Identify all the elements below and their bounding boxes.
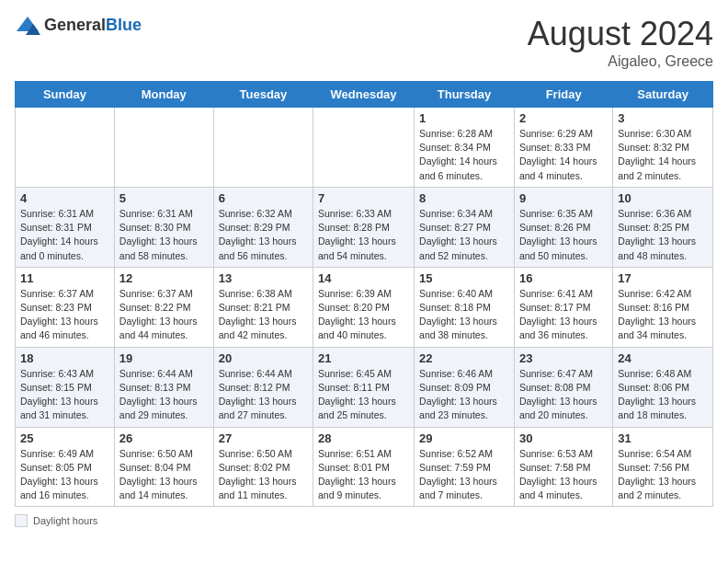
day-number: 4 xyxy=(20,191,109,205)
calendar-cell: 25Sunrise: 6:49 AM Sunset: 8:05 PM Dayli… xyxy=(16,427,115,507)
calendar-cell: 26Sunrise: 6:50 AM Sunset: 8:04 PM Dayli… xyxy=(114,427,213,507)
day-number: 23 xyxy=(519,351,608,365)
day-info: Sunrise: 6:36 AM Sunset: 8:25 PM Dayligh… xyxy=(618,207,708,263)
calendar-cell xyxy=(213,108,313,188)
day-info: Sunrise: 6:32 AM Sunset: 8:29 PM Dayligh… xyxy=(219,207,308,263)
calendar-cell: 13Sunrise: 6:38 AM Sunset: 8:21 PM Dayli… xyxy=(213,267,313,347)
logo-blue-text: Blue xyxy=(106,16,142,34)
calendar-cell: 14Sunrise: 6:39 AM Sunset: 8:20 PM Dayli… xyxy=(313,267,415,347)
day-number: 29 xyxy=(419,431,509,445)
calendar-cell: 16Sunrise: 6:41 AM Sunset: 8:17 PM Dayli… xyxy=(514,267,612,347)
calendar-cell: 29Sunrise: 6:52 AM Sunset: 7:59 PM Dayli… xyxy=(415,427,515,507)
calendar-cell: 18Sunrise: 6:43 AM Sunset: 8:15 PM Dayli… xyxy=(16,347,115,427)
day-number: 5 xyxy=(119,191,209,205)
day-number: 21 xyxy=(318,351,409,365)
weekday-header-cell: Sunday xyxy=(16,82,115,108)
weekday-header-cell: Saturday xyxy=(613,82,713,108)
day-info: Sunrise: 6:30 AM Sunset: 8:32 PM Dayligh… xyxy=(618,127,708,183)
day-number: 10 xyxy=(618,191,708,205)
calendar-cell: 6Sunrise: 6:32 AM Sunset: 8:29 PM Daylig… xyxy=(213,187,313,267)
day-info: Sunrise: 6:45 AM Sunset: 8:11 PM Dayligh… xyxy=(318,367,409,423)
day-info: Sunrise: 6:52 AM Sunset: 7:59 PM Dayligh… xyxy=(419,447,509,503)
calendar-cell: 15Sunrise: 6:40 AM Sunset: 8:18 PM Dayli… xyxy=(415,267,515,347)
calendar-cell: 1Sunrise: 6:28 AM Sunset: 8:34 PM Daylig… xyxy=(415,108,515,188)
day-number: 7 xyxy=(318,191,409,205)
calendar-cell: 31Sunrise: 6:54 AM Sunset: 7:56 PM Dayli… xyxy=(613,427,713,507)
calendar-cell: 20Sunrise: 6:44 AM Sunset: 8:12 PM Dayli… xyxy=(213,347,313,427)
day-info: Sunrise: 6:31 AM Sunset: 8:30 PM Dayligh… xyxy=(119,207,209,263)
calendar-cell: 28Sunrise: 6:51 AM Sunset: 8:01 PM Dayli… xyxy=(313,427,415,507)
weekday-header-row: SundayMondayTuesdayWednesdayThursdayFrid… xyxy=(16,82,713,108)
weekday-header-cell: Thursday xyxy=(415,82,515,108)
calendar-cell: 3Sunrise: 6:30 AM Sunset: 8:32 PM Daylig… xyxy=(613,108,713,188)
day-number: 8 xyxy=(419,191,509,205)
day-info: Sunrise: 6:44 AM Sunset: 8:13 PM Dayligh… xyxy=(119,367,209,423)
day-info: Sunrise: 6:50 AM Sunset: 8:04 PM Dayligh… xyxy=(119,447,209,503)
day-info: Sunrise: 6:31 AM Sunset: 8:31 PM Dayligh… xyxy=(20,207,109,263)
day-info: Sunrise: 6:34 AM Sunset: 8:27 PM Dayligh… xyxy=(419,207,509,263)
day-info: Sunrise: 6:51 AM Sunset: 8:01 PM Dayligh… xyxy=(318,447,409,503)
calendar-cell: 27Sunrise: 6:50 AM Sunset: 8:02 PM Dayli… xyxy=(213,427,313,507)
day-info: Sunrise: 6:35 AM Sunset: 8:26 PM Dayligh… xyxy=(519,207,608,263)
day-info: Sunrise: 6:38 AM Sunset: 8:21 PM Dayligh… xyxy=(219,287,308,343)
day-number: 16 xyxy=(519,271,608,285)
calendar-cell: 19Sunrise: 6:44 AM Sunset: 8:13 PM Dayli… xyxy=(114,347,213,427)
day-number: 11 xyxy=(20,271,109,285)
calendar-week-row: 4Sunrise: 6:31 AM Sunset: 8:31 PM Daylig… xyxy=(16,187,713,267)
day-info: Sunrise: 6:37 AM Sunset: 8:23 PM Dayligh… xyxy=(20,287,109,343)
day-number: 28 xyxy=(318,431,409,445)
calendar-week-row: 11Sunrise: 6:37 AM Sunset: 8:23 PM Dayli… xyxy=(16,267,713,347)
calendar-cell: 4Sunrise: 6:31 AM Sunset: 8:31 PM Daylig… xyxy=(16,187,115,267)
calendar-week-row: 25Sunrise: 6:49 AM Sunset: 8:05 PM Dayli… xyxy=(16,427,713,507)
logo-general-text: General xyxy=(44,16,106,34)
day-number: 30 xyxy=(519,431,608,445)
day-number: 17 xyxy=(618,271,708,285)
footer-color-box xyxy=(15,514,28,527)
calendar-week-row: 18Sunrise: 6:43 AM Sunset: 8:15 PM Dayli… xyxy=(16,347,713,427)
page-title: August 2024 xyxy=(528,15,713,53)
calendar-body: 1Sunrise: 6:28 AM Sunset: 8:34 PM Daylig… xyxy=(16,108,713,507)
weekday-header-cell: Friday xyxy=(514,82,612,108)
logo-icon xyxy=(15,15,40,35)
day-number: 31 xyxy=(618,431,708,445)
calendar-cell: 24Sunrise: 6:48 AM Sunset: 8:06 PM Dayli… xyxy=(613,347,713,427)
day-number: 12 xyxy=(119,271,209,285)
day-info: Sunrise: 6:41 AM Sunset: 8:17 PM Dayligh… xyxy=(519,287,608,343)
calendar-table: SundayMondayTuesdayWednesdayThursdayFrid… xyxy=(15,81,713,507)
calendar-cell: 21Sunrise: 6:45 AM Sunset: 8:11 PM Dayli… xyxy=(313,347,415,427)
calendar-week-row: 1Sunrise: 6:28 AM Sunset: 8:34 PM Daylig… xyxy=(16,108,713,188)
calendar-cell xyxy=(313,108,415,188)
calendar-cell xyxy=(114,108,213,188)
day-number: 2 xyxy=(519,111,608,125)
weekday-header-cell: Monday xyxy=(114,82,213,108)
day-number: 9 xyxy=(519,191,608,205)
day-number: 22 xyxy=(419,351,509,365)
day-number: 13 xyxy=(219,271,308,285)
day-number: 3 xyxy=(618,111,708,125)
day-info: Sunrise: 6:48 AM Sunset: 8:06 PM Dayligh… xyxy=(618,367,708,423)
day-info: Sunrise: 6:37 AM Sunset: 8:22 PM Dayligh… xyxy=(119,287,209,343)
page-header: GeneralBlue August 2024 Aigaleo, Greece xyxy=(15,15,713,70)
calendar-cell: 12Sunrise: 6:37 AM Sunset: 8:22 PM Dayli… xyxy=(114,267,213,347)
day-number: 6 xyxy=(219,191,308,205)
calendar-cell: 23Sunrise: 6:47 AM Sunset: 8:08 PM Dayli… xyxy=(514,347,612,427)
day-number: 24 xyxy=(618,351,708,365)
day-info: Sunrise: 6:47 AM Sunset: 8:08 PM Dayligh… xyxy=(519,367,608,423)
calendar-cell: 10Sunrise: 6:36 AM Sunset: 8:25 PM Dayli… xyxy=(613,187,713,267)
page-location: Aigaleo, Greece xyxy=(528,53,713,70)
weekday-header-cell: Tuesday xyxy=(213,82,313,108)
calendar-cell: 5Sunrise: 6:31 AM Sunset: 8:30 PM Daylig… xyxy=(114,187,213,267)
day-number: 26 xyxy=(119,431,209,445)
day-info: Sunrise: 6:28 AM Sunset: 8:34 PM Dayligh… xyxy=(419,127,509,183)
day-info: Sunrise: 6:49 AM Sunset: 8:05 PM Dayligh… xyxy=(20,447,109,503)
day-info: Sunrise: 6:44 AM Sunset: 8:12 PM Dayligh… xyxy=(219,367,308,423)
day-number: 27 xyxy=(219,431,308,445)
calendar-cell: 7Sunrise: 6:33 AM Sunset: 8:28 PM Daylig… xyxy=(313,187,415,267)
day-info: Sunrise: 6:54 AM Sunset: 7:56 PM Dayligh… xyxy=(618,447,708,503)
calendar-cell: 22Sunrise: 6:46 AM Sunset: 8:09 PM Dayli… xyxy=(415,347,515,427)
day-info: Sunrise: 6:29 AM Sunset: 8:33 PM Dayligh… xyxy=(519,127,608,183)
day-info: Sunrise: 6:50 AM Sunset: 8:02 PM Dayligh… xyxy=(219,447,308,503)
day-number: 19 xyxy=(119,351,209,365)
calendar-cell: 8Sunrise: 6:34 AM Sunset: 8:27 PM Daylig… xyxy=(415,187,515,267)
calendar-cell xyxy=(16,108,115,188)
